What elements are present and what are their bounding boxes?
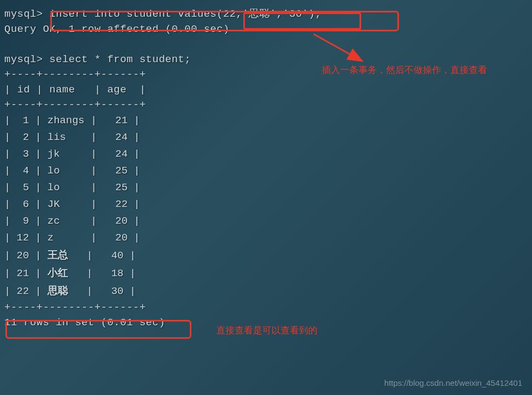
table-row: | 3 | jk | 24 | (4, 146, 528, 163)
table-separator: +----+--------+------+ (4, 300, 528, 315)
table-row: | 6 | JK | 22 | (4, 196, 528, 213)
mysql-prompt: mysql> (4, 53, 43, 65)
table-row: | 12 | z | 20 | (4, 230, 528, 246)
insert-command-line: mysql> insert into student values(22,'思聪… (4, 6, 528, 22)
select-command: select * from student; (43, 53, 191, 65)
table-header: | id | name | age | (4, 82, 528, 97)
table-row: | 9 | zc | 20 | (4, 213, 528, 230)
query-ok-line: Query OK, 1 row affected (0.00 sec) (4, 22, 528, 37)
annotation-select: 直接查看是可以查看到的 (216, 324, 317, 337)
table-row: | 5 | lo | 25 | (4, 179, 528, 196)
terminal-output: mysql> insert into student values(22,'思聪… (4, 6, 528, 330)
table-row: | 2 | lis | 24 | (4, 129, 528, 146)
blank-line (4, 37, 528, 52)
table-row: | 1 | zhangs | 21 | (4, 112, 528, 129)
table-row: | 21 | 小红 | 18 | (4, 264, 528, 282)
mysql-prompt: mysql> (4, 8, 43, 20)
table-row: | 20 | 王总 | 40 | (4, 246, 528, 264)
watermark: https://blog.csdn.net/weixin_45412401 (384, 378, 522, 387)
insert-command: insert into student values(22,'思聪','30')… (43, 8, 321, 20)
annotation-insert: 插入一条事务，然后不做操作，直接查看 (322, 64, 487, 76)
table-row: | 4 | lo | 25 | (4, 163, 528, 179)
table-separator: +----+--------+------+ (4, 97, 528, 112)
table-body: | 1 | zhangs | 21 || 2 | lis | 24 || 3 |… (4, 112, 528, 300)
table-row: | 22 | 思聪 | 30 | (4, 282, 528, 300)
